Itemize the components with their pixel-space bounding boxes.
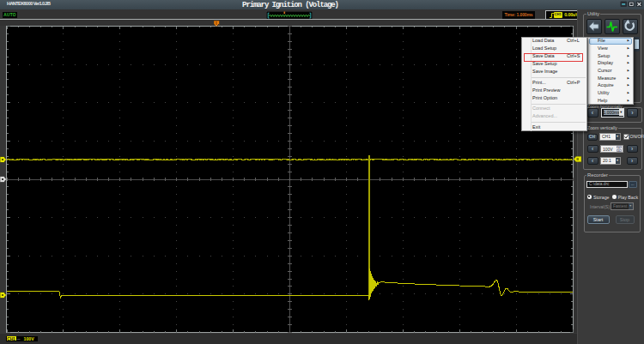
svg-text:100V: 100V <box>24 336 35 341</box>
svg-text:⎓: ⎓ <box>17 336 21 341</box>
svg-text:CH1: CH1 <box>7 337 15 341</box>
